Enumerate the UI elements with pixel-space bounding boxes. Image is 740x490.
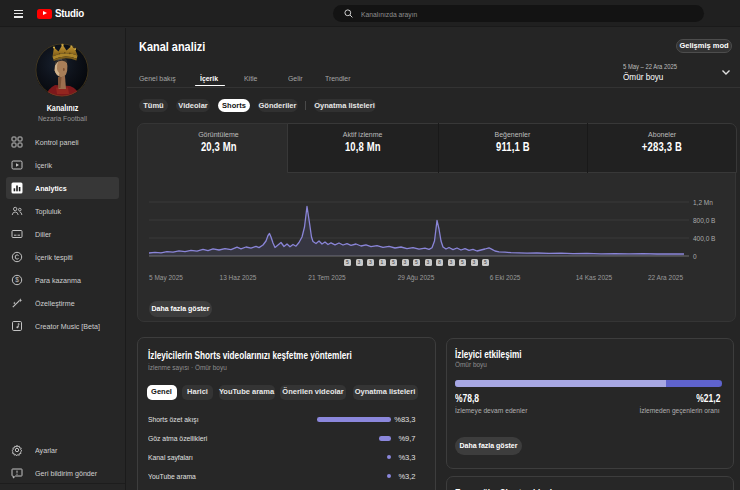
- svg-text:$: $: [15, 276, 19, 283]
